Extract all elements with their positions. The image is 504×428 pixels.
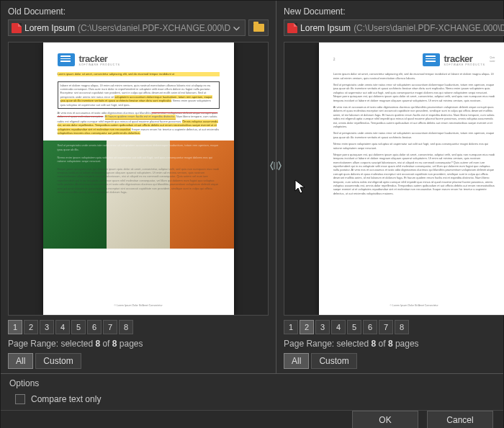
page-footer: © Lorem Ipsum Dolor Sit Amet Consectetur	[333, 301, 495, 308]
body-text: Lorem ipsum dolor sit amet, consectetur …	[333, 72, 495, 80]
old-document-file-row: Lorem Ipsum (C:\Users\daniel.PDF-XCHANGE…	[8, 19, 269, 36]
tracker-logo-subtitle: SOFTWARE PRODUCTS	[444, 63, 485, 67]
chevron-down-icon	[233, 23, 242, 33]
new-document-label: New Document:	[284, 6, 504, 17]
range-custom-button[interactable]: Custom	[35, 353, 81, 369]
page-thumb[interactable]: 8	[395, 320, 409, 334]
new-document-title: Lorem Ipsum	[300, 23, 351, 33]
old-document-browse-button[interactable]	[248, 19, 269, 36]
old-document-panel: Old Document: Lorem Ipsum (C:\Users\dani…	[1, 1, 276, 373]
new-document-preview[interactable]: 2 tracker SOFTWARE PRODUCTS Quisnostr Lo…	[284, 42, 504, 316]
old-document-label: Old Document:	[8, 6, 269, 17]
body-text: Nemo enim ipsam voluptatem quia voluptas…	[333, 142, 495, 150]
new-document-selector[interactable]: Lorem Ipsum (C:\Users\daniel.PDF-XCHANGE…	[284, 19, 504, 36]
new-page-range: Page Range: selected 8 of 8 pages	[284, 339, 504, 349]
page-thumb[interactable]: 2	[300, 320, 314, 334]
page-thumb[interactable]: 4	[331, 320, 346, 334]
page-thumb[interactable]: 7	[103, 320, 117, 334]
boxed-paragraph: labore et dolore magna aliqua. Ut enim a…	[58, 81, 220, 109]
new-range-segment: All Custom	[284, 353, 504, 369]
new-document-path: (C:\Users\daniel.PDF-XCHANGE.000\D	[354, 23, 504, 33]
body-text: Sed ut perspiciatis unde omnis iste natu…	[333, 83, 495, 102]
page-thumb[interactable]: 1	[284, 320, 298, 334]
dialog-footer: OK Cancel	[1, 410, 503, 428]
flag-image: Sed ut perspiciatis unde omnis iste natu…	[43, 141, 234, 249]
highlighted-text: Lorem ipsum dolor sit amet, consectetur …	[58, 72, 220, 76]
range-all-button[interactable]: All	[8, 353, 33, 369]
page-stamp: Quisnostr	[490, 56, 495, 62]
old-page-thumbnails: 1 2 3 4 5 6 7 8	[8, 320, 269, 334]
old-document-page: tracker SOFTWARE PRODUCTS Lorem ipsum do…	[43, 43, 234, 315]
range-custom-button[interactable]: Custom	[311, 353, 356, 369]
page-thumb[interactable]: 6	[87, 320, 102, 334]
body-text: Neque porro quisquam est, qui dolorem ip…	[333, 153, 495, 195]
checkbox-icon	[15, 394, 25, 404]
folder-icon	[253, 24, 264, 32]
page-footer: © Lorem Ipsum Dolor Sit Amet Consectetur	[58, 301, 220, 308]
tracker-logo-icon	[58, 53, 75, 66]
page-thumb[interactable]: 2	[24, 320, 38, 334]
page-thumb[interactable]: 5	[71, 320, 86, 334]
page-thumb[interactable]: 6	[363, 320, 377, 334]
pdf-icon	[12, 23, 22, 33]
tracker-logo-subtitle: SOFTWARE PRODUCTS	[79, 63, 120, 67]
old-document-title: Lorem Ipsum	[24, 23, 75, 33]
new-page-thumbnails: 1 2 3 4 5 6 7 8	[284, 320, 504, 334]
new-document-page: 2 tracker SOFTWARE PRODUCTS Quisnostr Lo…	[319, 43, 504, 315]
page-thumb[interactable]: 1	[8, 320, 22, 334]
new-document-panel: New Document: Lorem Ipsum (C:\Users\dani…	[276, 1, 504, 373]
old-page-range: Page Range: selected 8 of 8 pages	[8, 339, 269, 349]
cancel-button[interactable]: Cancel	[427, 411, 493, 428]
page-thumb[interactable]: 5	[347, 320, 361, 334]
tracker-logo-icon	[423, 53, 440, 66]
options-title: Options	[9, 378, 495, 388]
page-thumb[interactable]: 3	[315, 320, 330, 334]
old-document-path: (C:\Users\daniel.PDF-XCHANGE.000\D	[78, 23, 230, 33]
body-text: Sed ut perspiciatis unde omnis iste natu…	[333, 131, 495, 139]
range-all-button[interactable]: All	[284, 353, 309, 369]
page-thumb[interactable]: 7	[379, 320, 393, 334]
options-section: Options Compare text only	[1, 373, 503, 410]
page-thumb[interactable]: 8	[119, 320, 133, 334]
pdf-icon	[287, 23, 297, 33]
compare-text-only-label: Compare text only	[31, 394, 101, 404]
old-range-segment: All Custom	[8, 353, 269, 369]
compare-text-only-checkbox[interactable]: Compare text only	[9, 394, 495, 404]
body-text: At vero eos et accusamus et iusto odio d…	[333, 105, 495, 128]
new-document-file-row: Lorem Ipsum (C:\Users\daniel.PDF-XCHANGE…	[284, 19, 504, 36]
compare-panels: Old Document: Lorem Ipsum (C:\Users\dani…	[1, 1, 503, 373]
page-thumb[interactable]: 3	[40, 320, 54, 334]
ok-button[interactable]: OK	[352, 411, 418, 428]
body-text: At vero eos et accusamus et iusto odio d…	[58, 111, 220, 135]
old-document-selector[interactable]: Lorem Ipsum (C:\Users\daniel.PDF-XCHANGE…	[8, 19, 246, 36]
page-thumb[interactable]: 4	[55, 320, 70, 334]
compare-documents-dialog: Old Document: Lorem Ipsum (C:\Users\dani…	[0, 0, 504, 428]
old-document-preview[interactable]: tracker SOFTWARE PRODUCTS Lorem ipsum do…	[8, 42, 269, 316]
panel-divider-handle[interactable]	[269, 159, 282, 172]
